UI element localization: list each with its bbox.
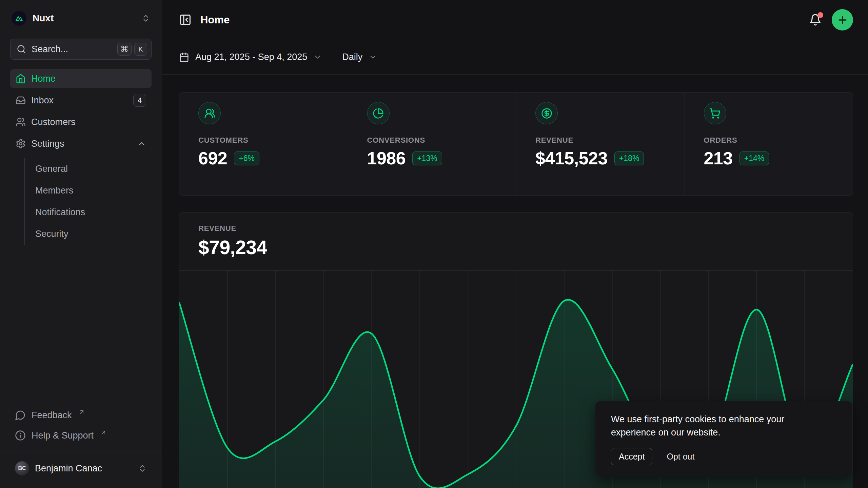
user-name: Benjamin Canac <box>35 463 102 474</box>
accept-button[interactable]: Accept <box>611 448 652 465</box>
sidebar-item-settings[interactable]: Settings <box>10 134 152 153</box>
stats-card: CUSTOMERS 692 +6% CONVERSIONS 1986 +13% <box>179 92 853 196</box>
date-range-picker[interactable]: Aug 21, 2025 - Sep 4, 2025 <box>179 52 322 62</box>
stat-value: 692 <box>198 148 227 168</box>
stat-label: REVENUE <box>535 136 685 145</box>
sidebar-item-help-support[interactable]: Help & Support <box>10 425 152 446</box>
stat-customers[interactable]: CUSTOMERS 692 +6% <box>179 93 348 196</box>
page-title: Home <box>200 14 230 26</box>
sidebar-divider <box>0 451 162 451</box>
calendar-icon <box>179 52 189 62</box>
user-menu[interactable]: BC Benjamin Canac <box>10 458 152 479</box>
chart-header: REVENUE $79,234 <box>179 212 853 259</box>
chat-bubble-icon <box>15 410 26 421</box>
nuxt-logo-icon <box>12 11 26 26</box>
sidebar-item-inbox[interactable]: Inbox 4 <box>10 91 152 110</box>
main-panel: Home Aug 21, 2025 - Sep 4, 2025 <box>162 0 868 488</box>
cart-icon <box>704 102 726 124</box>
page-content: CUSTOMERS 692 +6% CONVERSIONS 1986 +13% <box>162 75 868 488</box>
opt-out-button[interactable]: Opt out <box>667 452 694 462</box>
footer-item-label: Help & Support <box>32 430 94 441</box>
stat-label: CONVERSIONS <box>367 136 516 145</box>
stat-revenue[interactable]: REVENUE $415,523 +18% <box>516 93 685 196</box>
sidebar-spacer <box>10 245 152 405</box>
info-circle-icon <box>15 430 26 441</box>
chart-label: REVENUE <box>198 224 853 233</box>
inbox-count-badge: 4 <box>133 94 146 107</box>
inbox-icon <box>16 95 26 105</box>
stat-delta-badge: +14% <box>739 151 769 165</box>
cookie-actions: Accept Opt out <box>611 448 837 465</box>
search-shortcut: ⌘ K <box>117 43 147 56</box>
sidebar: Nuxt Search... ⌘ K Home Inbox 4 <box>0 0 162 488</box>
settings-subnav: General Members Notifications Security <box>24 158 152 245</box>
sidebar-item-label: Home <box>31 74 56 84</box>
search-input[interactable]: Search... ⌘ K <box>10 39 152 60</box>
chevrons-up-down-icon <box>138 464 147 473</box>
date-range-value: Aug 21, 2025 - Sep 4, 2025 <box>195 52 307 62</box>
stat-delta-badge: +18% <box>614 151 644 165</box>
stat-value: 213 <box>704 148 733 168</box>
chevron-up-icon <box>137 139 146 148</box>
circle-dollar-icon <box>535 102 558 124</box>
search-icon <box>17 44 26 54</box>
avatar: BC <box>15 461 29 475</box>
footer-item-label: Feedback <box>32 410 72 421</box>
plus-icon <box>837 14 848 26</box>
header-actions <box>809 9 853 30</box>
page-header: Home <box>162 0 868 40</box>
gear-icon <box>16 139 26 149</box>
sidebar-nav: Home Inbox 4 Customers Settings Genera <box>10 69 152 245</box>
search-placeholder: Search... <box>32 44 68 55</box>
chart-total-value: $79,234 <box>198 236 853 259</box>
granularity-select[interactable]: Daily <box>342 52 377 62</box>
notification-dot <box>817 12 823 18</box>
add-button[interactable] <box>832 9 853 30</box>
stat-delta-badge: +6% <box>234 151 259 165</box>
pie-chart-icon <box>367 102 390 124</box>
notifications-button[interactable] <box>809 14 822 26</box>
users-icon <box>16 117 26 127</box>
stat-value: 1986 <box>367 148 406 168</box>
home-icon <box>16 74 26 84</box>
filters-toolbar: Aug 21, 2025 - Sep 4, 2025 Daily <box>162 40 868 75</box>
sidebar-item-home[interactable]: Home <box>10 69 152 88</box>
arrow-up-right-icon <box>100 429 107 436</box>
sidebar-item-customers[interactable]: Customers <box>10 113 152 131</box>
stat-label: CUSTOMERS <box>198 136 348 145</box>
kbd-cmd: ⌘ <box>117 43 132 56</box>
sidebar-item-feedback[interactable]: Feedback <box>10 405 152 425</box>
panel-left-close-icon <box>179 14 192 26</box>
sidebar-item-general[interactable]: General <box>35 158 152 180</box>
stat-conversions[interactable]: CONVERSIONS 1986 +13% <box>348 93 516 196</box>
chevron-down-icon <box>369 53 377 61</box>
stat-delta-badge: +13% <box>412 151 442 165</box>
sidebar-item-label: Inbox <box>31 95 54 106</box>
users-icon <box>198 102 221 124</box>
brand-name: Nuxt <box>33 13 54 24</box>
stat-orders[interactable]: ORDERS 213 +14% <box>685 93 853 196</box>
chevrons-up-down-icon[interactable] <box>141 14 150 23</box>
arrow-up-right-icon <box>78 409 85 415</box>
stat-value: $415,523 <box>535 148 608 168</box>
cookie-message: We use first-party cookies to enhance yo… <box>611 413 828 439</box>
sidebar-item-notifications[interactable]: Notifications <box>35 201 152 223</box>
kbd-k: K <box>134 43 147 56</box>
sidebar-item-label: Customers <box>31 117 76 127</box>
sidebar-item-label: Settings <box>31 139 64 149</box>
stat-label: ORDERS <box>704 136 853 145</box>
sidebar-item-members[interactable]: Members <box>35 180 152 201</box>
chevron-down-icon <box>313 53 322 61</box>
cookie-consent-toast: We use first-party cookies to enhance yo… <box>595 401 853 477</box>
granularity-value: Daily <box>342 52 362 62</box>
collapse-sidebar-button[interactable] <box>179 14 192 26</box>
sidebar-item-security[interactable]: Security <box>35 223 152 245</box>
workspace-switcher[interactable]: Nuxt <box>10 8 152 28</box>
